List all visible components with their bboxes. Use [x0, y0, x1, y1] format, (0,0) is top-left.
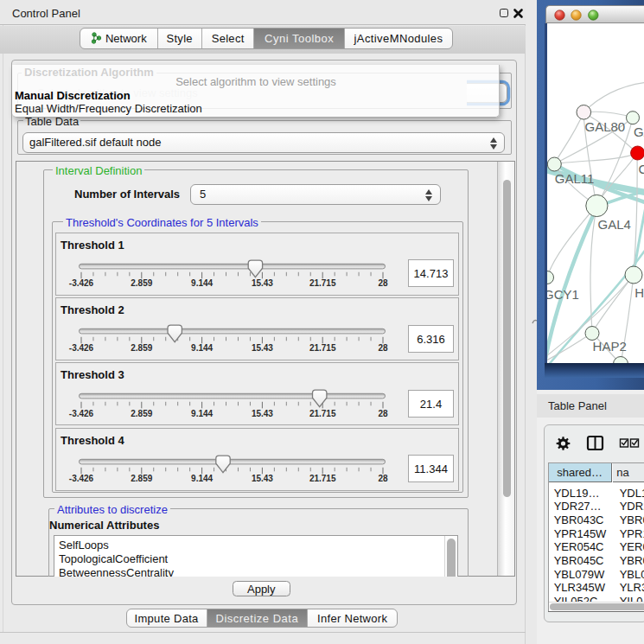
svg-text:GCY1: GCY1 [547, 287, 579, 302]
svg-text:GAL3: GAL3 [634, 124, 644, 139]
svg-text:HAP2: HAP2 [593, 339, 627, 354]
svg-text:GAL11: GAL11 [555, 171, 595, 186]
svg-text:HIS: HIS [634, 285, 644, 300]
svg-text:GAL4: GAL4 [598, 217, 631, 232]
svg-text:GAL80: GAL80 [585, 119, 626, 134]
svg-text:CYC: CYC [639, 162, 644, 176]
